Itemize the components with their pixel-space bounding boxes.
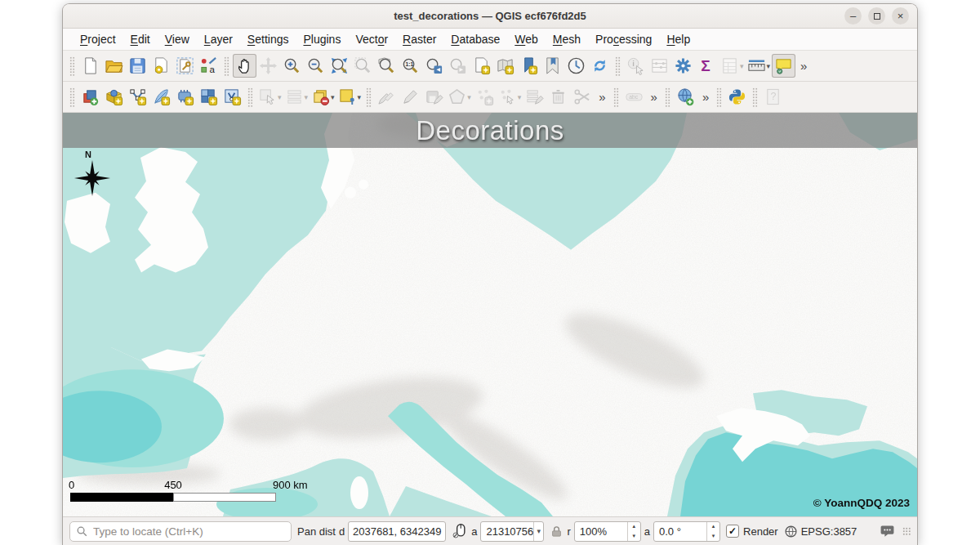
locator-input[interactable] [93,525,286,538]
data-source-manager-button[interactable] [78,85,102,109]
new-mesh-layer-button[interactable] [173,85,197,109]
menu-raster[interactable]: Raster [395,30,443,48]
menu-project[interactable]: Project [73,30,123,48]
zoom-next-button[interactable] [446,54,470,78]
zoom-full-button[interactable] [327,54,351,78]
zoom-native-button[interactable]: 1:1 [399,54,422,78]
modify-attributes-button[interactable] [523,85,546,109]
close-button[interactable]: × [892,7,909,25]
rotation-spinbox[interactable]: 0.0 ° ▴▾ [653,521,720,542]
new-annotation-dropdown-arrow[interactable]: ▾ [358,93,362,101]
menu-settings[interactable]: Settings [240,30,296,48]
mouse-extents-toggle[interactable] [452,523,468,539]
minimize-button[interactable]: – [844,7,862,25]
statistics-button[interactable]: Σ [695,54,719,78]
zoom-to-layer-button[interactable] [375,54,399,78]
style-manager-button[interactable]: a [197,54,220,78]
temporal-controller-button[interactable] [564,54,588,78]
scale-dropdown-arrow[interactable]: ▾ [533,522,543,541]
labels-toolbar-button[interactable]: abc [622,85,646,109]
identify-features-button[interactable]: i [624,54,648,78]
attribute-table-button[interactable] [648,54,671,78]
vertex-tool-active-layer-dropdown-arrow[interactable]: ▾ [518,93,522,101]
new-annotation-button[interactable]: ▾ [336,85,363,109]
magnifier-spinbox[interactable]: 100% ▴▾ [574,521,641,542]
new-raster-layer-button[interactable] [197,85,220,109]
render-checkbox[interactable]: ✓ [726,525,739,538]
new-bookmark-button[interactable] [517,54,541,78]
show-bookmarks-button[interactable] [541,54,564,78]
menu-plugins[interactable]: Plugins [296,30,348,48]
new-print-layout-button[interactable] [470,54,493,78]
locator-search[interactable] [69,521,292,542]
new-virtual-layer-button[interactable] [220,85,244,109]
toolbar-separator [69,87,75,107]
deselect-features-dropdown-arrow[interactable]: ▾ [305,93,309,101]
metasearch-button[interactable] [674,85,697,109]
menu-help[interactable]: Help [659,30,697,48]
title-bar[interactable]: test_decorations — QGIS ecf676fd2d5 – × [63,4,917,29]
maximize-button[interactable] [868,7,885,25]
zoom-out-button[interactable] [304,54,327,78]
new-shapefile-layer-button[interactable] [126,85,149,109]
scale-combobox[interactable]: 21310756 ▾ [480,521,544,542]
menu-mesh[interactable]: Mesh [546,30,588,48]
vertex-tool-button[interactable] [473,85,497,109]
vertex-tool-active-layer-button[interactable]: ▾ [497,85,523,109]
field-calculator-dropdown-arrow[interactable]: ▾ [740,62,744,70]
processing-toolbox-button[interactable] [671,54,695,78]
measure-dropdown-arrow[interactable]: ▾ [767,62,771,70]
zoom-to-selection-button[interactable] [351,54,375,78]
resize-grip[interactable] [902,527,911,535]
menu-database[interactable]: Database [443,30,507,48]
delete-selected-button[interactable] [546,85,570,109]
zoom-last-button[interactable] [422,54,446,78]
map-canvas[interactable]: Decorations N 0 450 900 km © YoannQDQ 20… [63,113,917,516]
python-console-button[interactable] [725,85,749,109]
new-layout-template-button[interactable] [149,54,173,78]
open-layer-options-dropdown-arrow[interactable]: ▾ [331,93,335,101]
open-layer-options-button[interactable]: ▾ [310,85,336,109]
zoom-in-button[interactable] [280,54,304,78]
field-calculator-button[interactable]: ▾ [719,54,746,78]
current-edits-button[interactable] [399,85,422,109]
toolbar-overflow-button[interactable]: » [697,90,713,104]
toggle-editing-button[interactable] [375,85,399,109]
cut-features-button[interactable] [570,85,594,109]
deselect-features-button[interactable]: ▾ [283,85,310,109]
toolbar-overflow-button[interactable]: » [646,90,662,104]
open-project-button[interactable] [102,54,126,78]
refresh-button[interactable] [588,54,612,78]
measure-button[interactable]: ▾ [746,54,773,78]
project-properties-button[interactable] [173,54,197,78]
menu-vector[interactable]: Vector [348,30,395,48]
toolbar-overflow-button[interactable]: » [594,90,609,104]
select-features-dropdown-arrow[interactable]: ▾ [278,93,282,101]
save-edits-button[interactable] [422,85,446,109]
lock-scale-icon[interactable] [550,525,564,538]
magnifier-spinner[interactable]: ▴▾ [627,522,640,541]
map-tips-button[interactable] [772,54,795,78]
help-contents-button[interactable]: ? [761,85,785,109]
new-geopackage-layer-button[interactable] [102,85,126,109]
menu-edit[interactable]: Edit [123,30,158,48]
add-polygon-icon [448,87,466,106]
messages-bubble-button[interactable] [880,524,895,539]
pan-map-button[interactable] [233,54,256,78]
menu-processing[interactable]: Processing [588,30,659,48]
toolbar-overflow-button[interactable]: » [795,59,811,73]
layout-manager-button[interactable] [493,54,517,78]
coordinate-box[interactable]: 2037681, 6342349 [348,521,446,542]
add-polygon-dropdown-arrow[interactable]: ▾ [467,93,471,101]
new-spatialite-layer-button[interactable] [149,85,173,109]
add-polygon-button[interactable]: ▾ [446,85,473,109]
crs-status[interactable]: EPSG:3857 [784,525,858,538]
rotation-spinner[interactable]: ▴▾ [706,522,719,541]
menu-layer[interactable]: Layer [197,30,240,48]
menu-web[interactable]: Web [507,30,546,48]
pan-to-selection-button[interactable] [256,54,280,78]
select-features-button[interactable]: ▾ [256,85,283,109]
menu-view[interactable]: View [158,30,197,48]
new-project-button[interactable] [78,54,102,78]
save-project-button[interactable] [126,54,149,78]
